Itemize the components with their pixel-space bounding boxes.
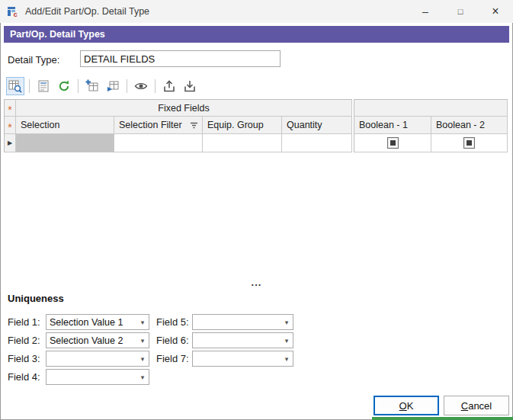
- field2-combobox[interactable]: Selection Value 2 ▾: [46, 332, 149, 348]
- cancel-button[interactable]: Cancel: [444, 396, 509, 415]
- field2-label: Field 2:: [8, 335, 40, 346]
- field1-label: Field 1:: [8, 316, 40, 328]
- svg-text:c: c: [14, 10, 18, 18]
- fixed-fields-grid: * Fixed Fields * Selection Selection Fil…: [4, 99, 352, 152]
- refresh-icon: [57, 79, 71, 93]
- checkbox-indeterminate-mark: [390, 140, 396, 146]
- boolean-fields-grid: Boolean - 1 Boolean - 2: [354, 99, 508, 152]
- column-header-label: Selection Filter: [119, 120, 182, 130]
- chevron-down-icon[interactable]: ▾: [136, 355, 149, 363]
- uniqueness-title: Uniqueness: [8, 293, 64, 304]
- duplicate-row-button[interactable]: [104, 77, 122, 95]
- add-row-button[interactable]: [83, 77, 101, 95]
- chevron-down-icon[interactable]: ▾: [281, 319, 293, 326]
- cell-boolean-2[interactable]: [431, 134, 508, 152]
- title-bar: c Add/Edit Part/Op. Detail Type – □ ×: [0, 0, 513, 23]
- cell-boolean-1[interactable]: [354, 134, 431, 152]
- toolbar-separator: [29, 79, 30, 93]
- toolbar-separator: [78, 79, 79, 93]
- add-edit-detail-type-dialog: c Add/Edit Part/Op. Detail Type – □ × Pa…: [0, 0, 513, 420]
- filter-icon[interactable]: [190, 122, 198, 129]
- cancel-button-label: Cancel: [461, 400, 492, 412]
- field4-combobox[interactable]: ▾: [46, 369, 149, 385]
- field7-combobox[interactable]: ▾: [192, 351, 293, 367]
- column-header-selection-filter[interactable]: Selection Filter: [114, 117, 203, 134]
- card-view-button[interactable]: [34, 77, 53, 95]
- close-button[interactable]: ×: [478, 0, 513, 23]
- checkbox-indeterminate-mark: [467, 140, 472, 146]
- cell-equip-group[interactable]: [203, 134, 282, 152]
- required-marker-cell: *: [5, 100, 16, 117]
- duplicate-row-icon: [106, 79, 120, 93]
- window-title: Add/Edit Part/Op. Detail Type: [25, 6, 149, 17]
- refresh-button[interactable]: [55, 77, 73, 95]
- field2-value: Selection Value 2: [46, 335, 136, 346]
- column-header-boolean-2[interactable]: Boolean - 2: [431, 117, 508, 134]
- group-header-boolean-blank: [354, 100, 508, 117]
- chevron-down-icon[interactable]: ▾: [136, 319, 149, 326]
- grid-search-icon: [8, 79, 22, 93]
- group-header-fixed-fields[interactable]: Fixed Fields: [16, 100, 352, 117]
- current-row-indicator: ▶: [8, 139, 12, 146]
- toggle-visibility-button[interactable]: [132, 77, 150, 95]
- row-indicator-cell: ▶: [5, 134, 16, 152]
- boolean-2-checkbox[interactable]: [463, 137, 475, 149]
- field5-combobox[interactable]: ▾: [192, 314, 293, 330]
- required-marker: *: [8, 123, 11, 131]
- field7-label: Field 7:: [156, 353, 189, 364]
- add-row-icon: [85, 79, 99, 93]
- maximize-button[interactable]: □: [443, 0, 478, 23]
- chevron-down-icon[interactable]: ▾: [136, 337, 149, 345]
- toolbar-separator: [155, 79, 156, 93]
- import-down-icon: [183, 79, 197, 93]
- card-view-icon: [37, 79, 50, 93]
- window-controls: – □ ×: [408, 0, 513, 23]
- required-marker-cell: *: [5, 117, 16, 134]
- chevron-down-icon[interactable]: ▾: [281, 337, 293, 345]
- chevron-down-icon[interactable]: ▾: [136, 374, 149, 381]
- ok-button-label: OK: [399, 400, 414, 412]
- chevron-down-icon[interactable]: ▾: [281, 355, 293, 363]
- grid-search-button[interactable]: [6, 77, 24, 95]
- field3-combobox[interactable]: ▾: [46, 351, 149, 367]
- toolbar-separator: [127, 79, 127, 93]
- import-button[interactable]: [181, 77, 199, 95]
- field6-combobox[interactable]: ▾: [192, 332, 293, 348]
- background-window-edge: [372, 417, 513, 420]
- detail-type-input[interactable]: [80, 50, 281, 67]
- column-header-boolean-1[interactable]: Boolean - 1: [354, 117, 431, 134]
- cell-selection-filter[interactable]: [114, 134, 203, 152]
- field4-label: Field 4:: [8, 371, 40, 383]
- export-up-icon: [162, 79, 176, 93]
- required-marker: *: [8, 106, 11, 114]
- field5-label: Field 5:: [156, 316, 189, 328]
- column-header-quantity[interactable]: Quantity: [282, 117, 352, 134]
- field6-label: Field 6:: [156, 335, 189, 346]
- minimize-button[interactable]: –: [408, 0, 443, 23]
- column-header-selection[interactable]: Selection: [16, 117, 114, 134]
- panel-header: Part/Op. Detail Types: [4, 26, 509, 43]
- detail-type-label: Detail Type:: [8, 54, 59, 66]
- cell-quantity[interactable]: [282, 134, 352, 152]
- grid-toolbar: [6, 76, 199, 96]
- export-button[interactable]: [160, 77, 178, 95]
- ellipsis-indicator: ...: [0, 277, 513, 288]
- cell-selection[interactable]: [16, 134, 114, 152]
- column-header-equip-group[interactable]: Equip. Group: [203, 117, 282, 134]
- eye-icon: [134, 79, 148, 93]
- ok-button[interactable]: OK: [374, 396, 439, 415]
- boolean-1-checkbox[interactable]: [387, 137, 399, 149]
- field1-combobox[interactable]: Selection Value 1 ▾: [46, 314, 149, 330]
- app-icon: c: [7, 5, 19, 18]
- field1-value: Selection Value 1: [46, 317, 136, 328]
- field3-label: Field 3:: [8, 353, 40, 364]
